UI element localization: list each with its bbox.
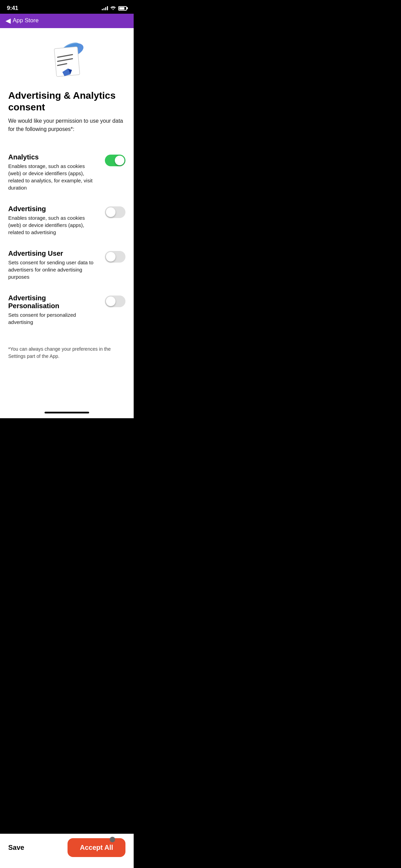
back-label: App Store [13, 17, 39, 24]
wifi-icon [110, 5, 116, 11]
footer-note: *You can always change your preferences … [0, 339, 134, 365]
home-bar [45, 412, 89, 413]
advertising-desc: Enables storage, such as cookies (web) o… [8, 215, 85, 235]
consent-illustration [45, 38, 89, 83]
advertising-title: Advertising [8, 205, 98, 213]
advertising-personalisation-title: Advertising Personalisation [8, 294, 98, 310]
advertising-personalisation-toggle[interactable] [105, 296, 125, 307]
status-time: 9:41 [7, 5, 18, 12]
consent-item-advertising: Advertising Enables storage, such as coo… [8, 199, 125, 242]
analytics-desc: Enables storage, such as cookies (web) o… [8, 163, 93, 191]
consent-item-analytics: Analytics Enables storage, such as cooki… [8, 147, 125, 197]
back-button[interactable]: ◀ App Store [5, 17, 39, 24]
page-subtitle: We would like your permission to use you… [8, 117, 125, 133]
analytics-toggle-knob [115, 156, 124, 165]
analytics-title: Analytics [8, 153, 98, 161]
advertising-toggle-knob [106, 207, 116, 217]
advertising-toggle[interactable] [105, 206, 125, 218]
consent-item-advertising-user: Advertising User Sets consent for sendin… [8, 243, 125, 287]
advertising-user-toggle[interactable] [105, 251, 125, 263]
advertising-personalisation-toggle-knob [106, 297, 116, 306]
status-icons [102, 5, 127, 11]
advertising-personalisation-desc: Sets consent for personalized advertisin… [8, 312, 76, 325]
analytics-toggle[interactable] [105, 155, 125, 166]
signal-icon [102, 6, 108, 10]
back-chevron-icon: ◀ [5, 17, 11, 24]
nav-bar: ◀ App Store [0, 14, 134, 28]
main-content: Advertising & Analytics consent We would… [0, 28, 134, 407]
footer-note-text: *You can always change your preferences … [8, 346, 125, 360]
advertising-user-toggle-knob [106, 252, 116, 262]
battery-icon [118, 6, 127, 11]
status-bar: 9:41 [0, 0, 134, 14]
consent-list: Analytics Enables storage, such as cooki… [0, 140, 134, 332]
advertising-user-desc: Sets consent for sending user data to ad… [8, 260, 94, 280]
consent-item-advertising-personalisation: Advertising Personalisation Sets consent… [8, 288, 125, 332]
page-title: Advertising & Analytics consent [8, 90, 125, 113]
advertising-user-title: Advertising User [8, 250, 98, 257]
header-section: Advertising & Analytics consent We would… [0, 28, 134, 140]
home-indicator [0, 407, 134, 418]
